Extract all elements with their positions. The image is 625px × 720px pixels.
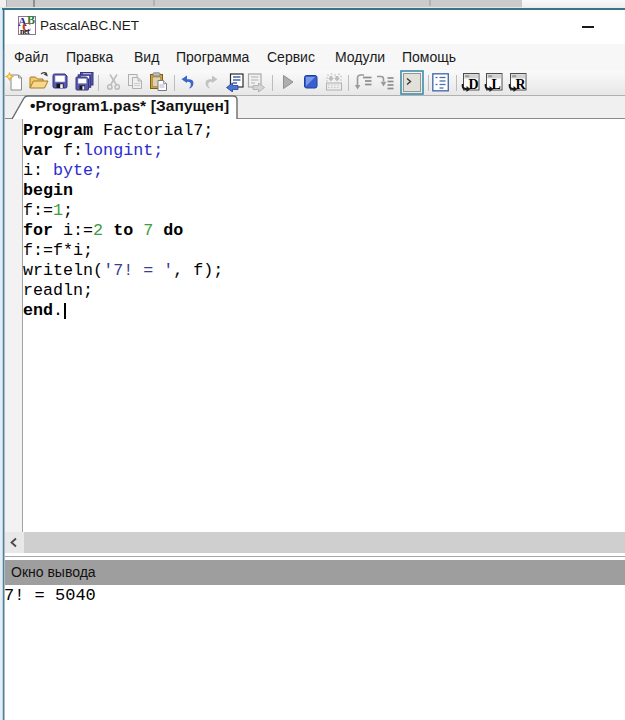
svg-text:L: L xyxy=(492,77,501,92)
svg-text:R: R xyxy=(516,77,527,92)
svg-text:D: D xyxy=(469,77,479,92)
